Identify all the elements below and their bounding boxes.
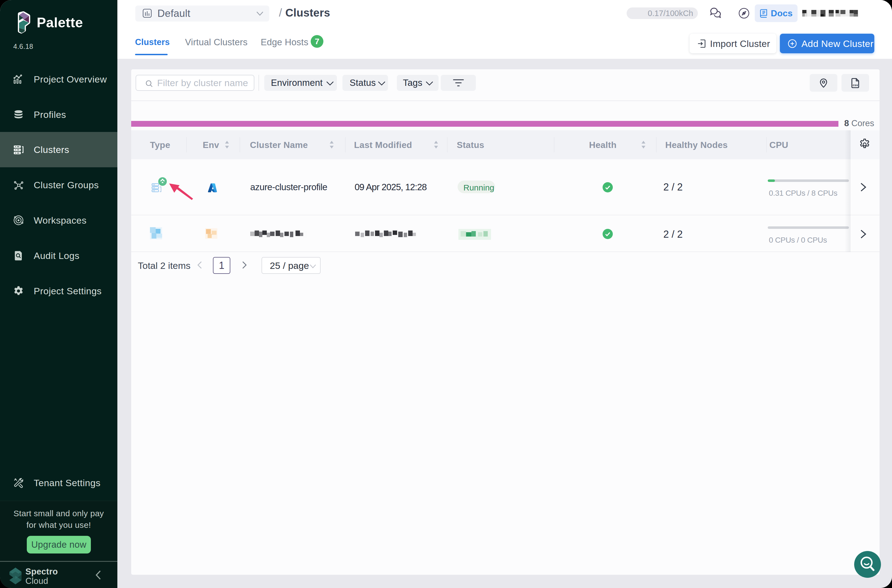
svg-text:csv: csv [853, 83, 858, 87]
